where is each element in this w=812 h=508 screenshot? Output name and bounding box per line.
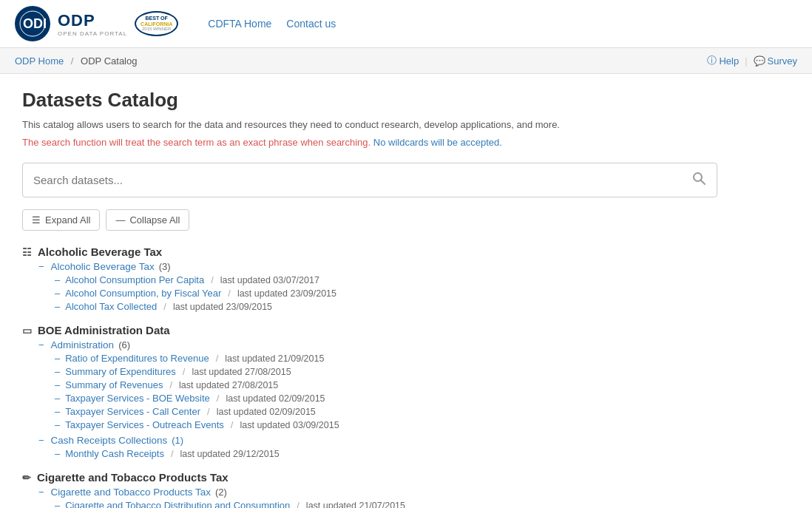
subcategory-header-alcoholic-beverage-tax: − Alcoholic Beverage Tax (3): [38, 261, 762, 272]
sep: /: [231, 419, 234, 430]
svg-text:ODP: ODP: [23, 16, 46, 31]
dataset-date-1: last updated 23/09/2015: [237, 288, 336, 299]
subcategory-link-cash-receipts[interactable]: Cash Receipts Collections: [51, 435, 168, 446]
table-row: – Cigarette and Tobacco Distribution and…: [55, 500, 762, 508]
expand-icon: ☰: [32, 214, 41, 226]
sep: /: [163, 301, 166, 312]
svg-line-3: [701, 180, 706, 185]
dataset-link-summary-expenditures[interactable]: Summary of Expenditures: [65, 366, 176, 377]
description-2-plain: The search function will treat the searc…: [22, 137, 371, 148]
category-title-cigarette-tobacco: Cigarette and Tobacco Products Tax: [37, 471, 229, 484]
main-content: Datasets Catalog This catalog allows use…: [0, 74, 784, 508]
subcategory-link-alcoholic-beverage-tax[interactable]: Alcoholic Beverage Tax: [51, 261, 155, 272]
minus-box-icon: ▭: [22, 325, 32, 336]
subcategory-cash-receipts: − Cash Receipts Collections (1) – Monthl…: [38, 435, 762, 459]
dash-icon: –: [55, 393, 60, 404]
breadcrumb: ODP Home / ODP Catalog: [15, 55, 137, 67]
category-boe-administration: ▭ BOE Administration Data − Administrati…: [22, 324, 762, 459]
sep: /: [217, 393, 220, 404]
toggle-minus-administration[interactable]: −: [38, 339, 44, 350]
dash-icon: –: [55, 406, 60, 417]
top-navigation: ODP ODP OPEN DATA PORTAL BEST OF CALIFOR…: [0, 0, 812, 48]
subcategory-count-administration: (6): [118, 339, 130, 350]
logo-tagline: OPEN DATA PORTAL: [58, 30, 127, 37]
breadcrumb-home[interactable]: ODP Home: [15, 55, 64, 67]
nav-link-contact[interactable]: Contact us: [286, 18, 336, 30]
dataset-list-alcoholic-beverage-tax: – Alcohol Consumption Per Capita / last …: [55, 274, 762, 312]
dash-icon: –: [55, 274, 60, 285]
catalog: ☷ Alcoholic Beverage Tax − Alcoholic Bev…: [22, 245, 762, 508]
nav-link-cdfta[interactable]: CDFTA Home: [208, 18, 271, 30]
dataset-link-taxpayer-outreach-events[interactable]: Taxpayer Services - Outreach Events: [65, 419, 224, 430]
dataset-link-cigarette-distribution[interactable]: Cigarette and Tobacco Distribution and C…: [65, 500, 290, 508]
toggle-minus-cigarette-tobacco[interactable]: −: [38, 487, 44, 498]
sep: /: [211, 274, 214, 285]
table-row: – Ratio of Expenditures to Revenue / las…: [55, 353, 762, 364]
category-header-cigarette-tobacco: ✏ Cigarette and Tobacco Products Tax: [22, 471, 762, 484]
dataset-list-cigarette-tobacco: – Cigarette and Tobacco Distribution and…: [55, 500, 762, 508]
help-link[interactable]: ⓘ Help: [707, 54, 739, 67]
dataset-link-alcohol-consumption-fiscal-year[interactable]: Alcohol Consumption, by Fiscal Year: [65, 288, 221, 299]
table-row: – Taxpayer Services - BOE Website / last…: [55, 393, 762, 404]
dataset-link-monthly-cash-receipts[interactable]: Monthly Cash Receipts: [65, 448, 164, 459]
dataset-date-9: last updated 29/12/2015: [180, 449, 280, 459]
comment-icon: 💬: [754, 55, 765, 67]
subcategory-header-cigarette-tobacco: − Cigarette and Tobacco Products Tax (2): [38, 487, 762, 498]
search-button[interactable]: [681, 163, 717, 197]
category-header-alcoholic-beverage-tax: ☷ Alcoholic Beverage Tax: [22, 245, 762, 258]
subcategory-header-administration: − Administration (6): [38, 339, 762, 350]
dataset-link-summary-revenues[interactable]: Summary of Revenues: [65, 379, 163, 390]
dash-icon: –: [55, 288, 60, 299]
description-2-highlight: No wildcards will be accepted.: [373, 137, 502, 148]
page-title: Datasets Catalog: [22, 89, 762, 112]
sep: /: [169, 379, 172, 390]
btn-group: ☰ Expand All — Collapse All: [22, 209, 762, 231]
subcategory-alcoholic-beverage-tax: − Alcoholic Beverage Tax (3) – Alcohol C…: [38, 261, 762, 312]
dataset-link-ratio-expenditures[interactable]: Ratio of Expenditures to Revenue: [65, 353, 209, 364]
grid-icon: ☷: [22, 246, 32, 258]
sep: /: [216, 353, 219, 364]
breadcrumb-current: ODP Catalog: [81, 55, 137, 67]
header-actions: ⓘ Help | 💬 Survey: [707, 54, 797, 67]
subcategory-link-administration[interactable]: Administration: [51, 339, 115, 350]
logo-area: ODP ODP OPEN DATA PORTAL BEST OF CALIFOR…: [15, 6, 178, 41]
category-alcoholic-beverage-tax: ☷ Alcoholic Beverage Tax − Alcoholic Bev…: [22, 245, 762, 312]
sep: /: [207, 406, 210, 417]
category-title-alcoholic-beverage-tax: Alcoholic Beverage Tax: [38, 245, 162, 258]
nav-links: CDFTA Home Contact us: [208, 18, 336, 30]
dataset-link-alcohol-tax-collected[interactable]: Alcohol Tax Collected: [65, 301, 157, 312]
description-1: This catalog allows users to search for …: [22, 118, 762, 132]
subcategory-link-cigarette-tobacco[interactable]: Cigarette and Tobacco Products Tax: [51, 487, 211, 498]
subcategory-count-cash-receipts: (1): [172, 435, 183, 446]
dataset-date-10: last updated 21/07/2015: [306, 501, 405, 508]
dataset-link-alcohol-consumption-per-capita[interactable]: Alcohol Consumption Per Capita: [65, 274, 204, 285]
dataset-link-taxpayer-call-center[interactable]: Taxpayer Services - Call Center: [65, 406, 200, 417]
dataset-date-4: last updated 27/08/2015: [192, 367, 291, 377]
sep: /: [297, 500, 300, 508]
collapse-icon: —: [115, 214, 125, 226]
dataset-link-taxpayer-boe-website[interactable]: Taxpayer Services - BOE Website: [65, 393, 210, 404]
collapse-all-button[interactable]: — Collapse All: [106, 209, 189, 231]
dataset-date-8: last updated 03/09/2015: [240, 420, 339, 430]
subcategory-administration: − Administration (6) – Ratio of Expendit…: [38, 339, 762, 430]
breadcrumb-separator: /: [71, 55, 74, 67]
subcategory-header-cash-receipts: − Cash Receipts Collections (1): [38, 435, 762, 446]
logo-letters: ODP: [58, 11, 127, 30]
logo-circle: ODP: [15, 6, 50, 41]
table-row: – Monthly Cash Receipts / last updated 2…: [55, 448, 762, 459]
table-row: – Alcohol Consumption, by Fiscal Year / …: [55, 288, 762, 299]
search-input[interactable]: [23, 165, 681, 195]
toggle-minus-alcoholic-beverage-tax[interactable]: −: [38, 261, 44, 272]
dataset-date-7: last updated 02/09/2015: [217, 407, 316, 417]
dataset-date-5: last updated 27/08/2015: [179, 380, 278, 390]
description-2: The search function will treat the searc…: [22, 135, 762, 150]
dataset-list-cash-receipts: – Monthly Cash Receipts / last updated 2…: [55, 448, 762, 459]
category-header-boe: ▭ BOE Administration Data: [22, 324, 762, 336]
toggle-minus-cash-receipts[interactable]: −: [38, 435, 44, 446]
expand-all-button[interactable]: ☰ Expand All: [22, 209, 100, 231]
dash-icon: –: [55, 366, 60, 377]
help-label: Help: [719, 55, 739, 67]
logo-text-block: ODP OPEN DATA PORTAL: [58, 11, 127, 37]
table-row: – Taxpayer Services - Outreach Events / …: [55, 419, 762, 430]
survey-link[interactable]: 💬 Survey: [754, 55, 797, 67]
